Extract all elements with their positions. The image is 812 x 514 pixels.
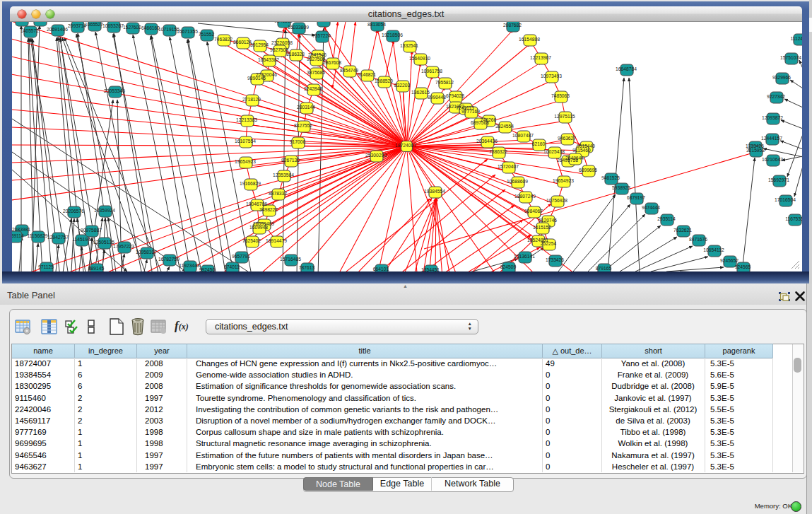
svg-text:5938923: 5938923	[612, 185, 630, 190]
svg-text:7357224: 7357224	[312, 33, 331, 38]
svg-text:10958107: 10958107	[136, 250, 157, 255]
svg-text:9245652: 9245652	[720, 258, 739, 263]
svg-text:7632621: 7632621	[673, 228, 692, 233]
svg-text:751552: 751552	[199, 32, 215, 37]
svg-text:879165: 879165	[596, 266, 612, 271]
svg-text:18807249: 18807249	[514, 194, 536, 199]
svg-text:16107554: 16107554	[235, 139, 256, 144]
svg-text:1588520: 1588520	[375, 78, 393, 83]
svg-text:15692971: 15692971	[768, 177, 789, 182]
svg-text:9084067: 9084067	[524, 209, 543, 214]
svg-text:3824554: 3824554	[495, 124, 514, 129]
svg-text:15640910: 15640910	[409, 56, 430, 61]
svg-text:992450: 992450	[199, 267, 216, 271]
svg-text:16154808: 16154808	[519, 37, 540, 42]
svg-text:6899695: 6899695	[579, 168, 597, 173]
svg-text:10654112: 10654112	[703, 247, 724, 252]
svg-text:8454749: 8454749	[340, 68, 358, 73]
svg-text:8427552: 8427552	[294, 123, 312, 128]
svg-text:16210643: 16210643	[762, 157, 783, 162]
svg-text:10756928: 10756928	[546, 198, 567, 203]
svg-text:12213383: 12213383	[236, 117, 257, 122]
svg-text:16914479: 16914479	[266, 238, 287, 243]
svg-text:2803144: 2803144	[297, 105, 315, 110]
svg-text:9115460: 9115460	[572, 148, 591, 153]
svg-text:874011: 874011	[224, 264, 240, 269]
svg-text:1854451: 1854451	[421, 267, 440, 271]
svg-text:8471676: 8471676	[689, 237, 707, 242]
svg-text:8267130: 8267130	[281, 158, 300, 163]
svg-text:252254: 252254	[541, 241, 557, 246]
svg-text:10688609: 10688609	[507, 179, 528, 184]
svg-text:9890145: 9890145	[247, 76, 266, 81]
svg-text:16543382: 16543382	[258, 57, 279, 62]
svg-text:12353584: 12353584	[273, 173, 294, 177]
svg-text:1362615: 1362615	[411, 90, 430, 95]
svg-text:20364436: 20364436	[476, 139, 498, 144]
svg-text:16671355: 16671355	[177, 29, 198, 34]
svg-text:10961758: 10961758	[421, 69, 442, 74]
svg-text:9474444: 9474444	[642, 205, 660, 210]
svg-text:19046786: 19046786	[246, 201, 267, 206]
svg-text:25300293: 25300293	[365, 153, 387, 158]
svg-text:787613: 787613	[299, 265, 315, 270]
svg-text:1332541: 1332541	[400, 43, 418, 48]
svg-text:9463627: 9463627	[558, 136, 576, 141]
svg-text:924565: 924565	[735, 264, 751, 269]
svg-text:9227342: 9227342	[767, 94, 785, 99]
svg-text:9241511: 9241511	[274, 22, 293, 23]
svg-text:9461525: 9461525	[601, 175, 620, 180]
svg-text:971125: 971125	[38, 264, 54, 269]
svg-text:2083981: 2083981	[12, 227, 30, 232]
svg-text:1609948: 1609948	[249, 225, 268, 230]
svg-text:7485063: 7485063	[551, 93, 570, 98]
svg-text:19166829: 19166829	[240, 181, 261, 186]
svg-text:6466160: 6466160	[141, 25, 160, 30]
svg-text:1145194: 1145194	[72, 237, 90, 242]
svg-text:20053346: 20053346	[104, 88, 125, 93]
svg-text:824509: 824509	[500, 264, 517, 269]
svg-text:664101: 664101	[373, 267, 389, 271]
svg-text:12505135: 12505135	[93, 240, 114, 245]
svg-text:3215953: 3215953	[746, 148, 765, 153]
svg-text:19654923: 19654923	[553, 178, 574, 183]
svg-text:12093872: 12093872	[762, 115, 783, 120]
svg-text:7625402: 7625402	[242, 238, 261, 243]
svg-text:2649644: 2649644	[565, 156, 584, 160]
svg-text:19654923: 19654923	[235, 159, 256, 164]
svg-text:2087682: 2087682	[503, 23, 522, 28]
svg-text:62160: 62160	[532, 141, 546, 146]
svg-text:12975115: 12975115	[554, 114, 575, 119]
svg-text:10653267: 10653267	[102, 23, 124, 28]
svg-text:19384554: 19384554	[424, 189, 445, 194]
svg-text:11923448: 11923448	[179, 263, 200, 268]
svg-text:1405572: 1405572	[20, 28, 39, 33]
svg-text:6897568: 6897568	[471, 120, 489, 125]
svg-text:7463822: 7463822	[214, 37, 233, 42]
svg-text:6120746: 6120746	[539, 218, 557, 223]
svg-text:90975887: 90975887	[81, 228, 102, 233]
svg-text:1065527: 1065527	[85, 22, 103, 27]
svg-text:8878332: 8878332	[269, 191, 287, 196]
svg-text:2093714: 2093714	[68, 23, 86, 28]
svg-text:15720407: 15720407	[498, 164, 519, 169]
svg-text:3875685: 3875685	[307, 70, 325, 75]
svg-text:10025438: 10025438	[543, 149, 565, 154]
svg-text:9242848: 9242848	[304, 86, 322, 91]
svg-text:7386322: 7386322	[489, 149, 507, 154]
svg-text:2718120: 2718120	[242, 97, 261, 102]
svg-text:12213967: 12213967	[530, 55, 551, 60]
svg-text:23226058: 23226058	[271, 40, 293, 45]
svg-text:7955812: 7955812	[435, 80, 454, 85]
svg-text:1167535: 1167535	[785, 216, 802, 221]
svg-text:16648784: 16648784	[616, 66, 637, 71]
svg-text:2867608: 2867608	[323, 60, 341, 65]
svg-text:1733426: 1733426	[546, 257, 564, 262]
svg-text:19218506: 19218506	[382, 33, 403, 37]
svg-text:17359924: 17359924	[94, 208, 115, 213]
svg-text:8912954: 8912954	[250, 42, 269, 47]
svg-text:10973493: 10973493	[541, 74, 562, 78]
svg-text:2935114: 2935114	[657, 216, 676, 221]
svg-text:20206576: 20206576	[63, 209, 84, 214]
svg-text:1939114: 1939114	[12, 233, 24, 238]
